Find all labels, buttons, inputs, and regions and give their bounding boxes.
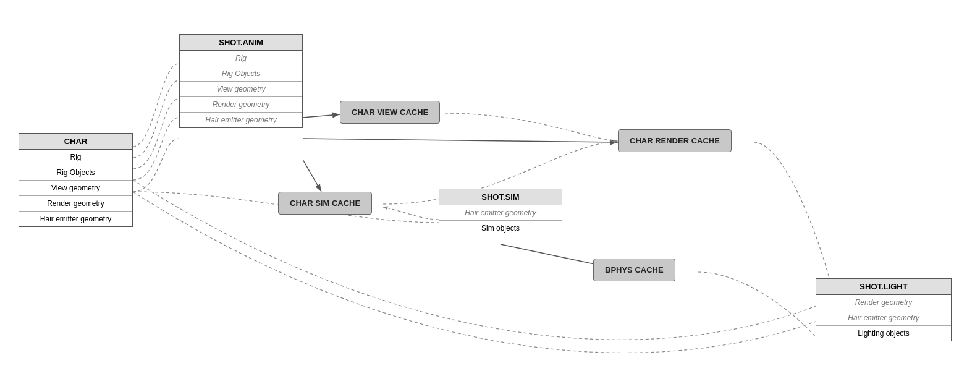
bphys-cache: BPHYS CACHE bbox=[593, 259, 675, 281]
shot-sim-hair-emitter-row: Hair emitter geometry bbox=[439, 205, 562, 221]
shot-anim-hair-emitter-row: Hair emitter geometry bbox=[180, 113, 302, 127]
svg-line-2 bbox=[303, 114, 340, 118]
shot-light-hair-emitter-row: Hair emitter geometry bbox=[816, 310, 951, 326]
char-node: CHAR Rig Rig Objects View geometry Rende… bbox=[19, 133, 133, 227]
char-hair-emitter-row: Hair emitter geometry bbox=[19, 212, 132, 226]
shot-anim-view-geometry-row: View geometry bbox=[180, 82, 302, 97]
shot-anim-rig-objects-row: Rig Objects bbox=[180, 66, 302, 82]
shot-light-render-geometry-row: Render geometry bbox=[816, 295, 951, 310]
char-render-cache: CHAR RENDER CACHE bbox=[618, 129, 732, 152]
shot-sim-node: SHOT.SIM Hair emitter geometry Sim objec… bbox=[439, 189, 562, 236]
char-render-geometry-row: Render geometry bbox=[19, 196, 132, 212]
char-view-geometry-row: View geometry bbox=[19, 181, 132, 196]
diagram-container: CHAR Rig Rig Objects View geometry Rende… bbox=[0, 0, 980, 389]
char-view-cache: CHAR VIEW CACHE bbox=[340, 101, 440, 124]
shot-anim-rig-row: Rig bbox=[180, 51, 302, 66]
svg-line-3 bbox=[303, 160, 321, 192]
char-rig-objects-row: Rig Objects bbox=[19, 165, 132, 181]
char-rig-row: Rig bbox=[19, 150, 132, 165]
shot-anim-header: SHOT.ANIM bbox=[180, 35, 302, 51]
shot-sim-header: SHOT.SIM bbox=[439, 189, 562, 205]
svg-line-4 bbox=[303, 139, 618, 142]
shot-light-lighting-objects-row: Lighting objects bbox=[816, 326, 951, 341]
char-node-header: CHAR bbox=[19, 134, 132, 150]
shot-light-node: SHOT.LIGHT Render geometry Hair emitter … bbox=[816, 278, 952, 341]
shot-sim-sim-objects-row: Sim objects bbox=[439, 221, 562, 236]
shot-light-header: SHOT.LIGHT bbox=[816, 279, 951, 295]
char-sim-cache: CHAR SIM CACHE bbox=[278, 192, 372, 215]
shot-anim-render-geometry-row: Render geometry bbox=[180, 97, 302, 113]
shot-anim-node: SHOT.ANIM Rig Rig Objects View geometry … bbox=[179, 34, 303, 128]
